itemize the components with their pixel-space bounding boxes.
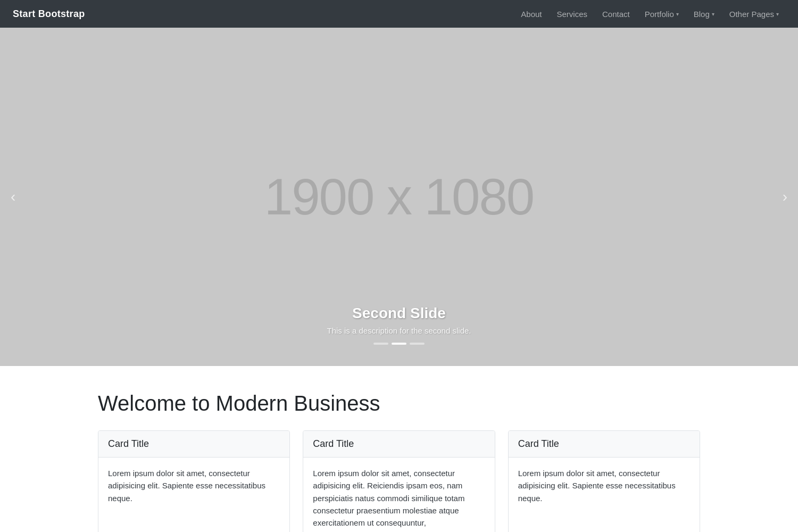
card-2: Card Title Lorem ipsum dolor sit amet, c… [303,430,495,532]
slide-title: Second Slide [239,305,559,322]
card-2-body: Lorem ipsum dolor sit amet, consectetur … [303,458,494,532]
nav-link-services[interactable]: Services [550,6,594,22]
carousel-next-button[interactable]: › [772,180,798,214]
indicator-2[interactable] [392,343,406,345]
nav-link-other-pages[interactable]: Other Pages ▾ [723,6,785,22]
carousel-indicators [239,343,559,345]
indicator-1[interactable] [373,343,388,345]
carousel-placeholder: 1900 x 1080 [264,168,534,226]
nav-links: About Services Contact Portfolio ▾ Blog … [514,6,785,22]
indicator-3[interactable] [410,343,425,345]
nav-link-blog[interactable]: Blog ▾ [687,6,721,22]
carousel: 1900 x 1080 ‹ › Second Slide This is a d… [0,28,798,366]
slide-description: This is a description for the second sli… [239,326,559,335]
carousel-caption: Second Slide This is a description for t… [239,305,559,345]
other-pages-dropdown-icon: ▾ [776,11,779,17]
nav-link-portfolio[interactable]: Portfolio ▾ [638,6,685,22]
carousel-prev-button[interactable]: ‹ [0,180,26,214]
card-3-body: Lorem ipsum dolor sit amet, consectetur … [509,458,700,514]
page-title: Welcome to Modern Business [98,392,700,415]
card-1: Card Title Lorem ipsum dolor sit amet, c… [98,430,290,532]
card-3-title: Card Title [509,431,700,458]
blog-dropdown-icon: ▾ [712,11,714,17]
navbar: Start Bootstrap About Services Contact P… [0,0,798,28]
card-1-body: Lorem ipsum dolor sit amet, consectetur … [98,458,289,514]
nav-link-contact[interactable]: Contact [596,6,636,22]
card-3: Card Title Lorem ipsum dolor sit amet, c… [508,430,700,532]
nav-link-about[interactable]: About [514,6,548,22]
card-2-title: Card Title [303,431,494,458]
portfolio-dropdown-icon: ▾ [676,11,679,17]
cards-row: Card Title Lorem ipsum dolor sit amet, c… [98,430,700,532]
nav-brand[interactable]: Start Bootstrap [13,9,85,20]
main-content: Welcome to Modern Business Card Title Lo… [85,366,713,532]
card-1-title: Card Title [98,431,289,458]
